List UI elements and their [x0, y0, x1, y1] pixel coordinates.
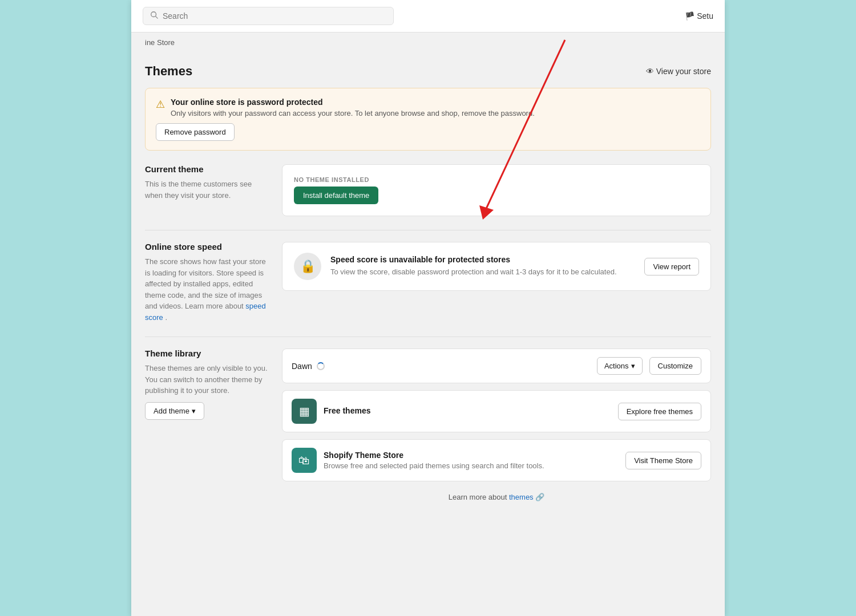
- page-title: Themes: [145, 64, 192, 79]
- search-icon: [150, 11, 158, 21]
- eye-icon: 👁: [646, 67, 654, 76]
- themes-learn-more-link[interactable]: themes: [509, 493, 534, 501]
- speed-card-desc: To view the score, disable password prot…: [330, 266, 635, 278]
- current-theme-left: Current theme This is the theme customer…: [145, 164, 270, 216]
- dawn-theme-row: Dawn Actions ▾ Customize: [282, 349, 710, 383]
- theme-library-title: Theme library: [145, 348, 270, 358]
- setup-button[interactable]: 🏴 Setu: [685, 11, 713, 21]
- chevron-down-icon: ▾: [631, 362, 635, 370]
- search-bar[interactable]: [143, 7, 394, 25]
- customize-button[interactable]: Customize: [649, 357, 701, 375]
- loading-spinner: [317, 362, 325, 370]
- shopify-theme-store-icon: 🛍: [292, 448, 317, 473]
- chevron-down-icon: ▾: [192, 407, 196, 415]
- warning-title: Your online store is password protected: [171, 98, 535, 107]
- dawn-theme-name: Dawn: [292, 362, 590, 371]
- svg-line-3: [156, 17, 158, 19]
- warning-icon: ⚠: [156, 98, 165, 111]
- free-themes-icon: ▦: [292, 399, 317, 424]
- lock-icon: 🔒: [294, 253, 321, 280]
- search-input[interactable]: [163, 11, 386, 21]
- theme-library-left: Theme library These themes are only visi…: [145, 348, 270, 501]
- current-theme-section: Current theme This is the theme customer…: [145, 164, 711, 216]
- no-theme-label: NO THEME INSTALLED: [294, 176, 699, 183]
- speed-section-desc: The score shows how fast your store is l…: [145, 256, 270, 323]
- section-divider-2: [145, 337, 711, 337]
- actions-label: Actions: [604, 362, 629, 370]
- remove-password-button[interactable]: Remove password: [156, 123, 235, 141]
- free-themes-row: ▦ Free themes Explore free themes: [282, 390, 711, 432]
- speed-section-left: Online store speed The score shows how f…: [145, 242, 270, 323]
- speed-section: Online store speed The score shows how f…: [145, 242, 711, 323]
- visit-theme-store-button[interactable]: Visit Theme Store: [625, 452, 701, 469]
- add-theme-button[interactable]: Add theme ▾: [145, 402, 204, 420]
- warning-banner-top: ⚠ Your online store is password protecte…: [156, 98, 700, 117]
- theme-library-desc: These themes are only visible to you. Yo…: [145, 363, 270, 396]
- theme-card: NO THEME INSTALLED Install default theme: [282, 164, 711, 216]
- shopify-store-title: Shopify Theme Store: [324, 451, 619, 460]
- install-default-theme-button[interactable]: Install default theme: [294, 187, 378, 204]
- current-theme-right: NO THEME INSTALLED Install default theme: [282, 164, 711, 216]
- flag-icon: 🏴: [685, 11, 695, 21]
- section-divider-1: [145, 230, 711, 230]
- free-themes-info: Free themes: [324, 406, 611, 417]
- learn-more-ext-icon: 🔗: [535, 493, 544, 501]
- speed-card: 🔒 Speed score is unavailable for protect…: [282, 242, 711, 291]
- add-theme-label: Add theme: [154, 407, 189, 415]
- view-report-button[interactable]: View report: [644, 258, 699, 275]
- shopify-store-info: Shopify Theme Store Browse free and sele…: [324, 451, 619, 470]
- view-store-link[interactable]: 👁 View your store: [646, 67, 711, 76]
- shopify-theme-store-row: 🛍 Shopify Theme Store Browse free and se…: [282, 439, 711, 481]
- speed-section-right: 🔒 Speed score is unavailable for protect…: [282, 242, 711, 323]
- actions-button[interactable]: Actions ▾: [597, 357, 643, 375]
- explore-free-themes-button[interactable]: Explore free themes: [618, 403, 701, 420]
- header-right: 🏴 Setu: [685, 11, 713, 21]
- page-title-row: Themes 👁 View your store: [145, 64, 711, 79]
- free-themes-title: Free themes: [324, 406, 611, 415]
- theme-library-section: Theme library These themes are only visi…: [145, 348, 711, 501]
- speed-section-title: Online store speed: [145, 242, 270, 252]
- theme-library-card: Dawn Actions ▾ Customize: [282, 348, 711, 383]
- shopify-store-desc: Browse free and selected paid themes usi…: [324, 461, 619, 470]
- header: 🏴 Setu: [131, 0, 725, 33]
- learn-more: Learn more about themes 🔗: [282, 493, 711, 501]
- warning-text-block: Your online store is password protected …: [171, 98, 535, 117]
- theme-library-right: Dawn Actions ▾ Customize ▦: [282, 348, 711, 501]
- current-theme-desc: This is the theme customers see when the…: [145, 179, 270, 201]
- breadcrumb: ine Store: [131, 33, 725, 52]
- main-content: Themes 👁 View your store ⚠ Your online s…: [131, 52, 725, 538]
- speed-text: Speed score is unavailable for protected…: [330, 255, 635, 278]
- warning-banner: ⚠ Your online store is password protecte…: [145, 88, 711, 151]
- current-theme-title: Current theme: [145, 164, 270, 174]
- speed-card-title: Speed score is unavailable for protected…: [330, 255, 635, 264]
- setup-label: Setu: [697, 11, 713, 21]
- warning-description: Only visitors with your password can acc…: [171, 109, 535, 117]
- view-store-label: View your store: [656, 67, 711, 76]
